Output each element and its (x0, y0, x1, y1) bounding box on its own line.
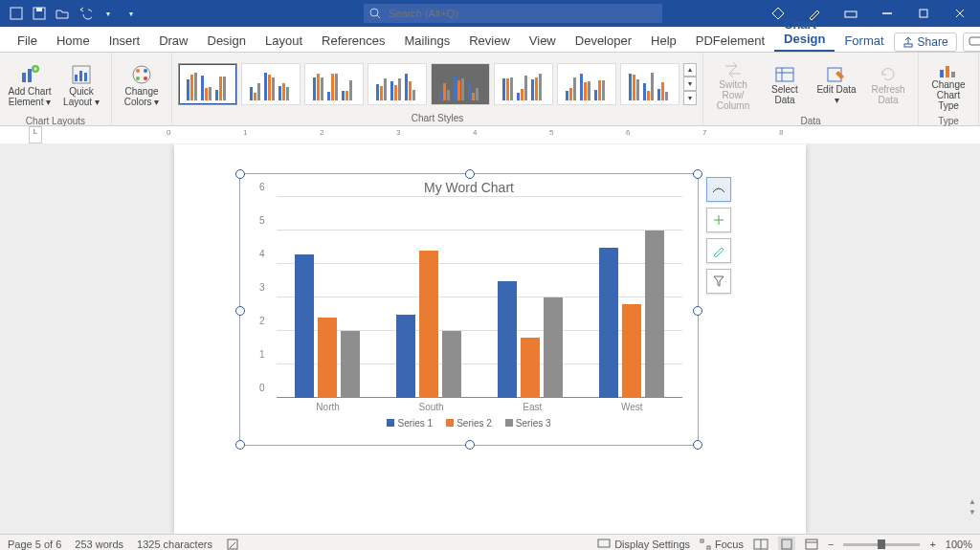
group-chart-styles: ▴▾▾ Chart Styles (172, 53, 703, 125)
svg-rect-33 (940, 70, 944, 77)
tab-view[interactable]: View (520, 30, 566, 52)
document-area[interactable]: My Word Chart 0123456 NorthSouthEastWest… (0, 144, 980, 534)
view-print-button[interactable] (778, 537, 795, 550)
pen-icon[interactable] (798, 0, 831, 27)
focus-button[interactable]: Focus (700, 539, 744, 550)
tab-references[interactable]: References (312, 30, 394, 52)
minimize-button[interactable] (871, 0, 903, 27)
tab-draw[interactable]: Draw (149, 30, 197, 52)
chart-style-thumb-8[interactable] (620, 63, 679, 105)
switch-row-column-button[interactable]: Switch Row/ Column (709, 56, 757, 114)
edit-data-icon (825, 65, 848, 84)
tab-insert[interactable]: Insert (100, 30, 150, 52)
zoom-level[interactable]: 100% (946, 539, 972, 550)
layout-options-button[interactable] (706, 177, 731, 202)
circuit-icon[interactable] (835, 0, 867, 27)
tab-file[interactable]: File (8, 30, 47, 52)
tab-design[interactable]: Design (198, 30, 256, 52)
search-icon (369, 8, 381, 19)
change-chart-type-button[interactable]: Change Chart Type (924, 56, 972, 114)
search-input[interactable] (387, 7, 657, 20)
chart-styles-button[interactable] (706, 238, 731, 263)
add-chart-element-button[interactable]: Add Chart Element ▾ (6, 56, 54, 114)
comments-button[interactable] (963, 33, 980, 52)
autosave-icon[interactable] (8, 5, 25, 22)
display-settings-button[interactable]: Display Settings (597, 539, 690, 550)
svg-rect-10 (904, 44, 912, 47)
svg-rect-11 (969, 37, 980, 45)
maximize-button[interactable] (907, 0, 940, 27)
zoom-out-button[interactable]: − (828, 539, 834, 550)
edit-data-button[interactable]: Edit Data ▾ (813, 56, 860, 114)
tab-format[interactable]: Format (835, 30, 893, 52)
chart-x-axis[interactable]: NorthSouthEastWest (277, 398, 682, 412)
style-gallery-scroll[interactable]: ▴▾▾ (683, 63, 697, 105)
diamond-icon[interactable] (762, 0, 794, 27)
title-bar: ▾ ▾ (0, 0, 980, 27)
page-scroll-arrows[interactable]: ▲▼ (969, 497, 976, 517)
svg-rect-41 (707, 546, 710, 549)
chart-style-thumb-3[interactable] (304, 63, 364, 105)
ruler-horizontal[interactable]: L 012345678 (0, 126, 980, 144)
quick-layout-button[interactable]: Quick Layout ▾ (57, 56, 105, 114)
quick-access-toolbar: ▾ ▾ (0, 5, 147, 22)
group-chart-layouts: Add Chart Element ▾ Quick Layout ▾ Chart… (0, 53, 112, 125)
svg-rect-16 (28, 69, 32, 82)
refresh-data-button[interactable]: Refresh Data (864, 56, 912, 114)
status-words[interactable]: 253 words (75, 539, 123, 550)
redo-dropdown-icon[interactable]: ▾ (100, 5, 117, 22)
svg-line-4 (377, 15, 380, 18)
close-button[interactable] (944, 0, 976, 27)
undo-icon[interactable] (77, 5, 94, 22)
tab-review[interactable]: Review (459, 30, 520, 52)
chart-style-thumb-2[interactable] (241, 63, 301, 105)
view-web-button[interactable] (805, 539, 818, 550)
ruler-corner: L (29, 126, 42, 143)
svg-point-25 (136, 69, 140, 73)
svg-rect-39 (598, 539, 610, 547)
zoom-slider[interactable] (843, 543, 920, 546)
select-data-button[interactable]: Select Data (761, 56, 809, 114)
title-bar-right (762, 0, 980, 27)
tab-help[interactable]: Help (641, 30, 686, 52)
funnel-icon (712, 275, 725, 288)
status-proofing-icon[interactable] (226, 538, 239, 550)
status-bar: Page 5 of 6 253 words 1325 characters Di… (0, 534, 980, 550)
svg-point-24 (133, 66, 150, 83)
chart-style-thumb-6[interactable] (494, 63, 553, 105)
chart-style-thumb-7[interactable] (557, 63, 616, 105)
svg-rect-21 (75, 75, 78, 81)
palette-icon (130, 63, 153, 86)
chart-elements-button[interactable] (706, 208, 731, 232)
open-icon[interactable] (54, 5, 71, 22)
group-change-colors: Change Colors ▾ (112, 53, 172, 125)
chart-filters-button[interactable] (706, 269, 731, 294)
status-chars[interactable]: 1325 characters (137, 539, 212, 550)
status-page[interactable]: Page 5 of 6 (8, 539, 61, 550)
svg-rect-23 (84, 73, 87, 81)
comment-icon (969, 36, 980, 48)
view-read-button[interactable] (753, 539, 768, 550)
search-box[interactable] (364, 4, 662, 23)
chart-style-thumb-5[interactable] (431, 63, 490, 105)
qat-more-icon[interactable]: ▾ (122, 5, 140, 22)
tab-layout[interactable]: Layout (256, 30, 312, 52)
share-button[interactable]: Share (894, 33, 957, 52)
tab-mailings[interactable]: Mailings (395, 30, 460, 52)
tab-home[interactable]: Home (47, 30, 100, 52)
chart-object[interactable]: My Word Chart 0123456 NorthSouthEastWest… (239, 173, 699, 446)
chart-style-thumb-1[interactable] (178, 63, 237, 105)
chart-legend[interactable]: Series 1Series 2Series 3 (240, 412, 698, 429)
svg-rect-34 (946, 66, 949, 77)
tab-pdfelement[interactable]: PDFelement (686, 30, 774, 52)
tab-developer[interactable]: Developer (566, 30, 641, 52)
change-colors-button[interactable]: Change Colors ▾ (118, 56, 166, 114)
add-chart-element-icon (18, 63, 41, 86)
save-icon[interactable] (31, 5, 48, 22)
ribbon: Add Chart Element ▾ Quick Layout ▾ Chart… (0, 53, 980, 126)
page: My Word Chart 0123456 NorthSouthEastWest… (174, 144, 806, 534)
zoom-in-button[interactable]: + (929, 539, 935, 550)
chart-style-thumb-4[interactable] (368, 63, 427, 105)
share-icon (902, 36, 914, 48)
chart-plot-area[interactable]: 0123456 (277, 197, 682, 398)
